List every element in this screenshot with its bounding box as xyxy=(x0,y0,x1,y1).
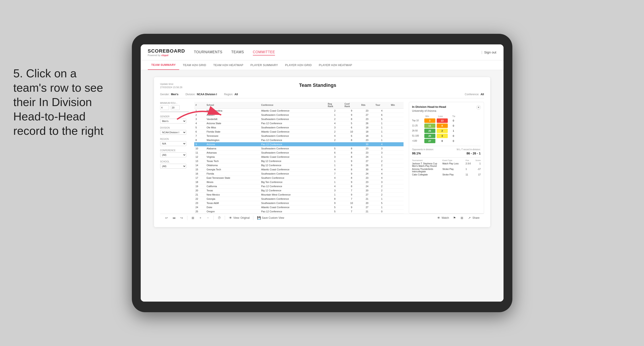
cell-conference: Southeastern Conference xyxy=(260,197,326,201)
toolbar-clock[interactable]: ⏱ xyxy=(217,216,221,220)
cell-school: Ole Miss xyxy=(205,125,260,130)
table-row[interactable]: 7 Tennessee Southeastern Conference 4 6 … xyxy=(194,134,404,138)
table-row[interactable]: 19 California Pac-12 Conference 4 8 24 2 xyxy=(194,184,404,188)
subnav-player-h2h-heatmap[interactable]: PLAYER H2H HEATMAP xyxy=(315,60,356,70)
table-row[interactable]: 20 Texas Big 12 Conference 3 7 20 2 xyxy=(194,188,404,192)
logo-scoreboard: SCOREBOARD xyxy=(148,48,185,54)
subnav-player-summary[interactable]: PLAYER SUMMARY xyxy=(247,60,282,70)
cell-rds: 23 xyxy=(360,109,374,113)
toolbar-share[interactable]: ↗ Share xyxy=(468,216,480,220)
h2h-tourn-col-name: Tournament xyxy=(412,159,441,162)
h2h-range: >100 xyxy=(412,140,424,142)
th-reg-rank: RegRank xyxy=(326,102,343,109)
tourn-event: Stroke Play xyxy=(442,168,464,170)
division-select[interactable]: NCAA Division I xyxy=(160,130,186,135)
cell-rds: 23 xyxy=(360,176,374,180)
table-row[interactable]: 15 Georgia Tech Atlantic Coast Conferenc… xyxy=(194,167,404,172)
tablet-frame: SCOREBOARD Powered by clippd TOURNAMENTS… xyxy=(132,34,512,312)
cell-win xyxy=(390,172,404,176)
toolbar-minus[interactable]: － xyxy=(206,216,210,220)
cell-rds: 30 xyxy=(360,142,374,146)
table-row[interactable]: 21 New Mexico Mountain West Conference 1… xyxy=(194,192,404,197)
subnav-team-h2h-heatmap[interactable]: TEAM H2H HEATMAP xyxy=(210,60,247,70)
nav-teams[interactable]: TEAMS xyxy=(231,49,244,55)
table-row[interactable]: 5 Ole Miss Southeastern Conference 3 6 1… xyxy=(194,125,404,130)
cell-rds: 24 xyxy=(360,155,374,159)
toolbar-undo[interactable]: ↩ xyxy=(164,216,168,220)
toolbar-save-custom[interactable]: 💾 Save Custom View xyxy=(257,216,284,220)
toolbar-grid[interactable]: ⊞ xyxy=(460,216,464,220)
table-row[interactable]: 1 North Carolina Atlantic Coast Conferen… xyxy=(194,109,404,113)
cell-num: 24 xyxy=(194,205,205,209)
cell-conf: 9 xyxy=(343,180,360,184)
toolbar-watch[interactable]: 👁 Watch xyxy=(437,216,449,220)
table-row[interactable]: 11 Arkansas Southeastern Conference 6 8 … xyxy=(194,151,404,155)
table-row[interactable]: 22 Georgia Southeastern Conference 8 7 2… xyxy=(194,197,404,201)
toolbar-crop[interactable]: ⊞ xyxy=(191,216,195,220)
tourn-pos: 1 xyxy=(466,168,472,170)
cell-conf: 9 xyxy=(343,163,360,167)
cell-rds: 20 xyxy=(360,188,374,192)
tourn-name: Cabo Collegiate xyxy=(412,173,441,176)
h2h-tie-header: Tie xyxy=(452,115,456,118)
slider-bar[interactable] xyxy=(160,111,189,112)
crop-icon: ⊞ xyxy=(191,216,195,220)
cell-rds: 20 xyxy=(360,201,374,205)
subnav-team-summary[interactable]: TEAM SUMMARY xyxy=(148,60,180,70)
toolbar-view-original[interactable]: 👁 View: Original xyxy=(228,216,250,220)
conference-select[interactable]: (All) xyxy=(160,153,186,157)
min-rounds-input2[interactable] xyxy=(171,105,180,110)
table-row[interactable]: 9 Arizona Pac-12 Conference 30 4 xyxy=(194,142,404,146)
cell-conference: Southeastern Conference xyxy=(260,125,326,130)
cell-rds: 30 xyxy=(360,167,374,172)
h2h-loss-header: Loss xyxy=(438,115,451,118)
subnav-team-h2h-grid[interactable]: TEAM H2H GRID xyxy=(179,60,210,70)
table-row[interactable]: 24 Duke Atlantic Coast Conference 5 9 27… xyxy=(194,205,404,209)
toolbar-redo[interactable]: ↪ xyxy=(180,216,184,220)
cell-reg: 4 xyxy=(326,176,343,180)
filter-group-conference: Conference (All) xyxy=(160,149,189,157)
table-row[interactable]: 3 Vanderbilt Southeastern Conference 2 8… xyxy=(194,117,404,121)
toolbar-flag[interactable]: ⚑ xyxy=(452,216,456,220)
cell-tour: 1 xyxy=(374,121,390,125)
table-row[interactable]: 14 Oklahoma Big 12 Conference 1 9 26 2 xyxy=(194,163,404,167)
gender-select[interactable]: Men's xyxy=(160,119,186,124)
h2h-close-button[interactable]: ✕ xyxy=(476,105,481,110)
table-row[interactable]: 12 Virginia Atlantic Coast Conference 3 … xyxy=(194,155,404,159)
toolbar-step-back[interactable]: ⏮ xyxy=(172,216,176,220)
sidebar-filters: Minimum Rou... Gender xyxy=(160,102,189,214)
table-row[interactable]: 17 East Tennessee State Southern Confere… xyxy=(194,176,404,180)
table-row[interactable]: 10 Alabama Southeastern Conference 5 8 2… xyxy=(194,146,404,151)
nav-sign-out[interactable]: Sign out xyxy=(484,50,496,54)
table-row[interactable]: 2 Auburn Southeastern Conference 1 9 27 … xyxy=(194,113,404,117)
school-select[interactable]: (All) xyxy=(160,164,186,169)
h2h-range: 51-100 xyxy=(412,135,424,137)
table-row[interactable]: 18 Illinois Big Ten Conference 1 9 23 3 xyxy=(194,180,404,184)
table-row[interactable]: 6 Florida State Atlantic Coast Conferenc… xyxy=(194,130,404,134)
min-rounds-input1[interactable] xyxy=(160,105,169,110)
nav-committee[interactable]: COMMITTEE xyxy=(253,49,275,55)
region-select[interactable]: N/A xyxy=(160,141,186,146)
cell-conference: Atlantic Coast Conference xyxy=(260,155,326,159)
cell-num: 2 xyxy=(194,113,205,117)
table-row[interactable]: 25 Oregon Pac-12 Conference 5 7 21 0 xyxy=(194,209,404,213)
table-row[interactable]: 16 Florida Southeastern Conference 7 9 2… xyxy=(194,172,404,176)
nav-bar: SCOREBOARD Powered by clippd TOURNAMENTS… xyxy=(141,44,504,60)
subnav-player-h2h-grid[interactable]: PLAYER H2H GRID xyxy=(282,60,315,70)
cell-school: Texas xyxy=(205,188,260,192)
h2h-subtitle: University of Arizona xyxy=(412,109,481,112)
cell-num: 11 xyxy=(194,151,205,155)
table-row[interactable]: 4 Arizona State Pac-12 Conference 4 5 26… xyxy=(194,121,404,125)
view-original-label: View: Original xyxy=(234,216,250,219)
table-row[interactable]: 23 Texas A&M Southeastern Conference 9 1… xyxy=(194,201,404,205)
cell-conference: Southeastern Conference xyxy=(260,201,326,205)
minus-icon: － xyxy=(206,216,210,220)
h2h-win-cell: 11 xyxy=(424,124,436,128)
nav-tournaments[interactable]: TOURNAMENTS xyxy=(194,49,222,55)
cell-tour: 3 xyxy=(374,180,390,184)
cell-win xyxy=(390,167,404,172)
table-row[interactable]: 8 Washington Pac-12 Conference 2 8 23 1 xyxy=(194,138,404,142)
table-row[interactable]: 13 Texas Tech Big 12 Conference 1 9 27 2 xyxy=(194,159,404,163)
cell-win xyxy=(390,155,404,159)
toolbar-add[interactable]: ＋ xyxy=(198,216,202,220)
